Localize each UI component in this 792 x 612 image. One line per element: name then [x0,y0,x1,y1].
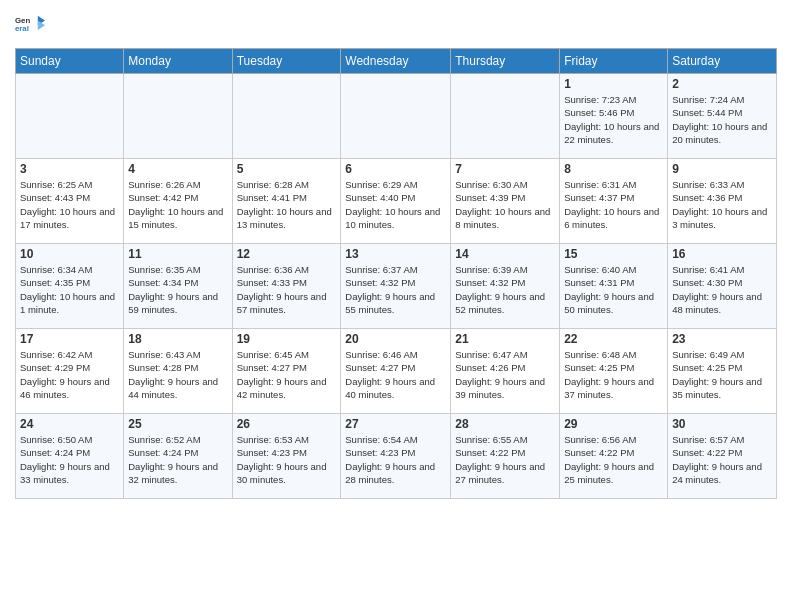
day-cell-24: 24Sunrise: 6:50 AM Sunset: 4:24 PM Dayli… [16,414,124,499]
day-cell-7: 7Sunrise: 6:30 AM Sunset: 4:39 PM Daylig… [451,159,560,244]
day-number: 19 [237,332,337,346]
weekday-thursday: Thursday [451,49,560,74]
day-number: 10 [20,247,119,261]
day-number: 14 [455,247,555,261]
day-number: 20 [345,332,446,346]
day-cell-22: 22Sunrise: 6:48 AM Sunset: 4:25 PM Dayli… [560,329,668,414]
day-cell-16: 16Sunrise: 6:41 AM Sunset: 4:30 PM Dayli… [668,244,777,329]
day-number: 4 [128,162,227,176]
day-cell-10: 10Sunrise: 6:34 AM Sunset: 4:35 PM Dayli… [16,244,124,329]
day-info: Sunrise: 6:36 AM Sunset: 4:33 PM Dayligh… [237,263,337,316]
day-number: 24 [20,417,119,431]
weekday-saturday: Saturday [668,49,777,74]
week-row-4: 17Sunrise: 6:42 AM Sunset: 4:29 PM Dayli… [16,329,777,414]
day-cell-28: 28Sunrise: 6:55 AM Sunset: 4:22 PM Dayli… [451,414,560,499]
day-info: Sunrise: 6:41 AM Sunset: 4:30 PM Dayligh… [672,263,772,316]
day-number: 27 [345,417,446,431]
day-number: 22 [564,332,663,346]
day-info: Sunrise: 6:42 AM Sunset: 4:29 PM Dayligh… [20,348,119,401]
day-info: Sunrise: 6:52 AM Sunset: 4:24 PM Dayligh… [128,433,227,486]
week-row-3: 10Sunrise: 6:34 AM Sunset: 4:35 PM Dayli… [16,244,777,329]
day-number: 18 [128,332,227,346]
day-number: 5 [237,162,337,176]
day-info: Sunrise: 6:54 AM Sunset: 4:23 PM Dayligh… [345,433,446,486]
day-number: 15 [564,247,663,261]
day-info: Sunrise: 6:47 AM Sunset: 4:26 PM Dayligh… [455,348,555,401]
weekday-friday: Friday [560,49,668,74]
day-info: Sunrise: 6:25 AM Sunset: 4:43 PM Dayligh… [20,178,119,231]
day-info: Sunrise: 6:31 AM Sunset: 4:37 PM Dayligh… [564,178,663,231]
day-info: Sunrise: 6:33 AM Sunset: 4:36 PM Dayligh… [672,178,772,231]
day-cell-12: 12Sunrise: 6:36 AM Sunset: 4:33 PM Dayli… [232,244,341,329]
empty-cell [451,74,560,159]
logo-icon: Gen eral [15,10,45,40]
day-info: Sunrise: 6:48 AM Sunset: 4:25 PM Dayligh… [564,348,663,401]
day-number: 2 [672,77,772,91]
day-info: Sunrise: 6:45 AM Sunset: 4:27 PM Dayligh… [237,348,337,401]
day-number: 3 [20,162,119,176]
weekday-tuesday: Tuesday [232,49,341,74]
day-cell-8: 8Sunrise: 6:31 AM Sunset: 4:37 PM Daylig… [560,159,668,244]
day-info: Sunrise: 6:30 AM Sunset: 4:39 PM Dayligh… [455,178,555,231]
day-info: Sunrise: 6:34 AM Sunset: 4:35 PM Dayligh… [20,263,119,316]
empty-cell [341,74,451,159]
day-info: Sunrise: 6:49 AM Sunset: 4:25 PM Dayligh… [672,348,772,401]
day-info: Sunrise: 6:43 AM Sunset: 4:28 PM Dayligh… [128,348,227,401]
day-info: Sunrise: 6:28 AM Sunset: 4:41 PM Dayligh… [237,178,337,231]
day-cell-25: 25Sunrise: 6:52 AM Sunset: 4:24 PM Dayli… [124,414,232,499]
day-cell-29: 29Sunrise: 6:56 AM Sunset: 4:22 PM Dayli… [560,414,668,499]
day-info: Sunrise: 6:46 AM Sunset: 4:27 PM Dayligh… [345,348,446,401]
week-row-2: 3Sunrise: 6:25 AM Sunset: 4:43 PM Daylig… [16,159,777,244]
day-number: 11 [128,247,227,261]
weekday-sunday: Sunday [16,49,124,74]
day-info: Sunrise: 6:55 AM Sunset: 4:22 PM Dayligh… [455,433,555,486]
calendar-page: Gen eral SundayMondayTuesdayWednesdayThu… [0,0,792,612]
day-info: Sunrise: 6:37 AM Sunset: 4:32 PM Dayligh… [345,263,446,316]
week-row-5: 24Sunrise: 6:50 AM Sunset: 4:24 PM Dayli… [16,414,777,499]
day-number: 23 [672,332,772,346]
weekday-monday: Monday [124,49,232,74]
day-number: 16 [672,247,772,261]
day-cell-17: 17Sunrise: 6:42 AM Sunset: 4:29 PM Dayli… [16,329,124,414]
day-cell-19: 19Sunrise: 6:45 AM Sunset: 4:27 PM Dayli… [232,329,341,414]
day-number: 12 [237,247,337,261]
day-cell-13: 13Sunrise: 6:37 AM Sunset: 4:32 PM Dayli… [341,244,451,329]
day-number: 30 [672,417,772,431]
day-number: 8 [564,162,663,176]
day-number: 28 [455,417,555,431]
svg-text:eral: eral [15,24,29,33]
day-number: 7 [455,162,555,176]
day-cell-26: 26Sunrise: 6:53 AM Sunset: 4:23 PM Dayli… [232,414,341,499]
day-cell-9: 9Sunrise: 6:33 AM Sunset: 4:36 PM Daylig… [668,159,777,244]
empty-cell [124,74,232,159]
day-cell-15: 15Sunrise: 6:40 AM Sunset: 4:31 PM Dayli… [560,244,668,329]
day-cell-5: 5Sunrise: 6:28 AM Sunset: 4:41 PM Daylig… [232,159,341,244]
day-cell-14: 14Sunrise: 6:39 AM Sunset: 4:32 PM Dayli… [451,244,560,329]
weekday-wednesday: Wednesday [341,49,451,74]
empty-cell [16,74,124,159]
day-number: 21 [455,332,555,346]
day-cell-4: 4Sunrise: 6:26 AM Sunset: 4:42 PM Daylig… [124,159,232,244]
empty-cell [232,74,341,159]
day-cell-2: 2Sunrise: 7:24 AM Sunset: 5:44 PM Daylig… [668,74,777,159]
day-info: Sunrise: 6:53 AM Sunset: 4:23 PM Dayligh… [237,433,337,486]
weekday-header-row: SundayMondayTuesdayWednesdayThursdayFrid… [16,49,777,74]
day-cell-21: 21Sunrise: 6:47 AM Sunset: 4:26 PM Dayli… [451,329,560,414]
day-cell-30: 30Sunrise: 6:57 AM Sunset: 4:22 PM Dayli… [668,414,777,499]
day-info: Sunrise: 7:24 AM Sunset: 5:44 PM Dayligh… [672,93,772,146]
day-info: Sunrise: 6:26 AM Sunset: 4:42 PM Dayligh… [128,178,227,231]
day-cell-27: 27Sunrise: 6:54 AM Sunset: 4:23 PM Dayli… [341,414,451,499]
day-number: 17 [20,332,119,346]
day-info: Sunrise: 6:57 AM Sunset: 4:22 PM Dayligh… [672,433,772,486]
day-number: 13 [345,247,446,261]
day-info: Sunrise: 6:39 AM Sunset: 4:32 PM Dayligh… [455,263,555,316]
day-number: 29 [564,417,663,431]
day-info: Sunrise: 6:29 AM Sunset: 4:40 PM Dayligh… [345,178,446,231]
day-number: 9 [672,162,772,176]
day-cell-23: 23Sunrise: 6:49 AM Sunset: 4:25 PM Dayli… [668,329,777,414]
svg-text:Gen: Gen [15,16,30,25]
day-cell-20: 20Sunrise: 6:46 AM Sunset: 4:27 PM Dayli… [341,329,451,414]
day-number: 25 [128,417,227,431]
day-info: Sunrise: 6:35 AM Sunset: 4:34 PM Dayligh… [128,263,227,316]
day-cell-1: 1Sunrise: 7:23 AM Sunset: 5:46 PM Daylig… [560,74,668,159]
